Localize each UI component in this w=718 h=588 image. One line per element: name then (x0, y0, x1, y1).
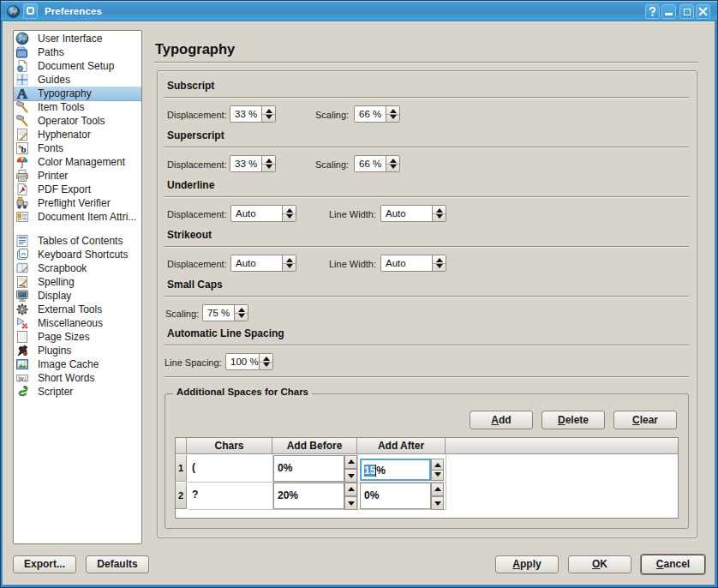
svg-text:|w.|: |w.| (18, 375, 27, 382)
svg-text:b: b (21, 144, 26, 154)
svg-text:A: A (17, 87, 28, 100)
